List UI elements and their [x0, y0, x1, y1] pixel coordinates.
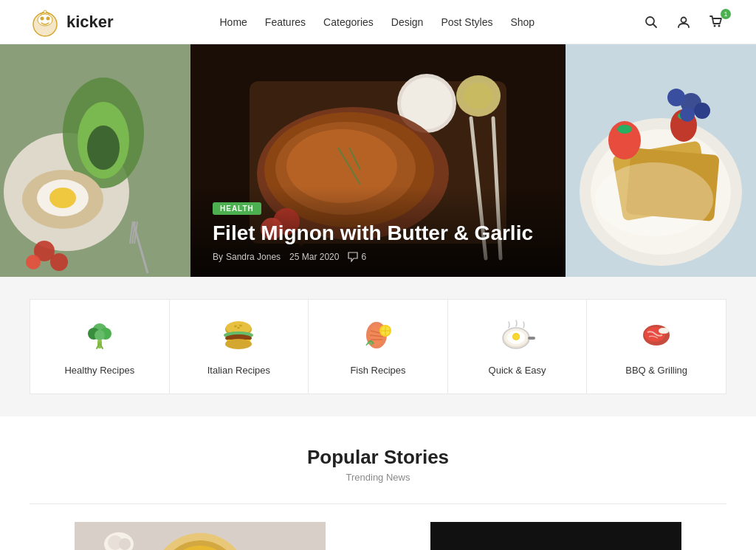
svg-point-17 — [49, 188, 76, 208]
categories-section: Healthy Recipes — [0, 277, 756, 416]
svg-rect-89 — [528, 337, 535, 340]
svg-point-56 — [694, 103, 710, 119]
category-healthy-recipes[interactable]: Healthy Recipes — [30, 299, 169, 394]
search-button[interactable] — [641, 12, 662, 32]
healthy-recipes-icon — [82, 317, 117, 357]
hero-left-image — [0, 44, 190, 277]
story-card-bruschetta[interactable] — [385, 522, 726, 550]
bruschetta-visual — [385, 522, 726, 550]
story-card-pizza[interactable] — [30, 522, 371, 550]
logo[interactable]: kicker — [30, 7, 114, 38]
hero-right-visual — [566, 44, 756, 277]
egg-icon — [500, 317, 535, 353]
section-header: Popular Stories Trending News — [30, 446, 726, 483]
hero-right-image — [566, 44, 756, 277]
fish-icon — [360, 317, 396, 353]
nav-home[interactable]: Home — [219, 16, 247, 28]
comment-icon — [348, 252, 358, 262]
svg-point-55 — [667, 89, 685, 106]
cart-icon — [709, 16, 723, 29]
nav-categories[interactable]: Categories — [323, 16, 374, 28]
category-bbq-grilling[interactable]: BBQ & Grilling — [586, 299, 726, 394]
bbq-grilling-icon — [639, 317, 674, 357]
pizza-visual — [30, 522, 371, 550]
story-pizza-image — [30, 522, 371, 550]
quick-easy-label: Quick & Easy — [489, 365, 546, 376]
steak-icon — [639, 317, 674, 353]
nav-post-styles[interactable]: Post Styles — [441, 16, 492, 28]
search-icon — [645, 16, 658, 29]
hero-title: Filet Mignon with Butter & Garlic — [213, 221, 543, 246]
svg-point-74 — [225, 339, 252, 349]
svg-point-58 — [595, 162, 713, 236]
svg-point-2 — [41, 16, 44, 20]
svg-point-3 — [47, 16, 50, 20]
section-subtitle: Trending News — [30, 472, 726, 483]
burger-icon — [221, 317, 256, 353]
site-header: kicker Home Features Categories Design P… — [0, 0, 756, 44]
svg-point-95 — [664, 329, 669, 334]
hero-date: 25 Mar 2020 — [289, 252, 339, 262]
user-button[interactable] — [673, 12, 694, 32]
category-quick-easy[interactable]: Quick & Easy — [447, 299, 587, 394]
svg-point-7 — [681, 17, 686, 22]
svg-point-24 — [26, 255, 41, 269]
fish-recipes-label: Fish Recipes — [350, 365, 405, 376]
italian-recipes-label: Italian Recipes — [207, 365, 270, 376]
hero-tag: HEALTH — [213, 202, 261, 215]
hero-meta: By Sandra Jones 25 Mar 2020 6 — [213, 252, 543, 262]
nav-features[interactable]: Features — [265, 16, 306, 28]
hero-left-visual — [0, 44, 190, 277]
category-italian-recipes[interactable]: Italian Recipes — [169, 299, 309, 394]
svg-point-9 — [718, 24, 720, 27]
categories-grid: Healthy Recipes — [30, 299, 726, 394]
main-nav: Home Features Categories Design Post Sty… — [219, 16, 535, 28]
nav-design[interactable]: Design — [391, 16, 424, 28]
svg-line-6 — [653, 24, 656, 27]
svg-point-23 — [50, 253, 68, 271]
svg-point-111 — [119, 538, 131, 550]
hero-bg: HEALTH Filet Mignon with Butter & Garlic… — [190, 44, 566, 277]
svg-point-62 — [94, 330, 105, 340]
svg-point-88 — [513, 334, 519, 340]
section-divider — [30, 503, 726, 504]
hero-author: By Sandra Jones — [213, 252, 281, 262]
section-title: Popular Stories — [30, 446, 726, 469]
svg-point-51 — [617, 125, 632, 134]
logo-icon — [30, 7, 61, 38]
italian-recipes-icon — [221, 317, 256, 357]
svg-point-14 — [87, 126, 120, 170]
svg-point-30 — [464, 83, 493, 109]
cart-count: 1 — [721, 9, 731, 19]
quick-easy-icon — [500, 317, 535, 357]
broccoli-icon — [82, 317, 117, 353]
story-bruschetta-image — [385, 522, 726, 550]
bbq-grilling-label: BBQ & Grilling — [625, 365, 687, 376]
cart-button[interactable]: 1 — [706, 12, 726, 32]
user-icon — [677, 16, 690, 29]
hero-overlay: HEALTH Filet Mignon with Butter & Garlic… — [190, 186, 566, 277]
hero-left-bg — [0, 44, 190, 277]
hero-comments: 6 — [348, 252, 366, 262]
hero-section: HEALTH Filet Mignon with Butter & Garlic… — [0, 44, 756, 277]
healthy-recipes-label: Healthy Recipes — [64, 365, 134, 376]
header-icons: 1 — [641, 12, 726, 32]
popular-stories-section: Popular Stories Trending News — [0, 416, 756, 550]
stories-grid — [30, 522, 726, 550]
svg-point-8 — [713, 24, 715, 27]
svg-point-4 — [44, 10, 47, 13]
hero-center-image[interactable]: HEALTH Filet Mignon with Butter & Garlic… — [190, 44, 566, 277]
svg-point-57 — [680, 107, 695, 122]
category-fish-recipes[interactable]: Fish Recipes — [308, 299, 447, 394]
svg-point-94 — [659, 329, 664, 334]
svg-rect-112 — [430, 522, 681, 550]
fish-recipes-icon — [360, 317, 396, 357]
nav-shop[interactable]: Shop — [510, 16, 535, 28]
logo-text: kicker — [66, 13, 114, 32]
